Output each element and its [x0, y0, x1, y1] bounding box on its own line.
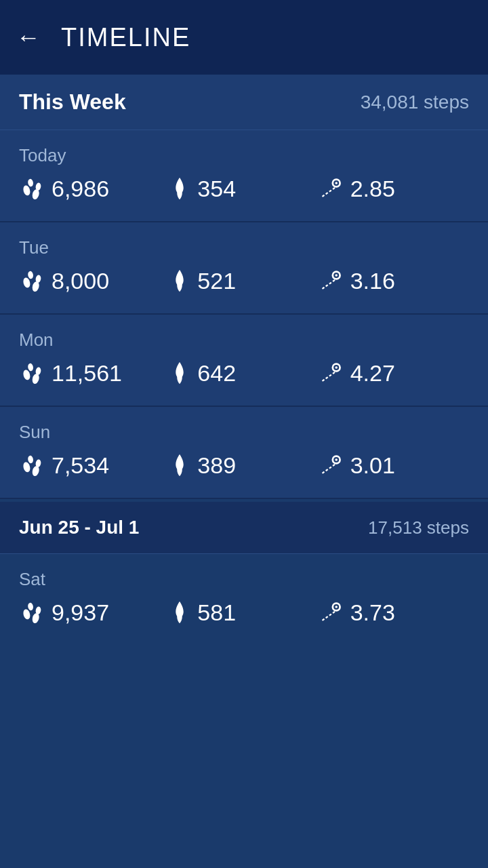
today-label: Today: [19, 145, 469, 166]
sun-calories-value: 389: [197, 452, 236, 479]
svg-point-7: [22, 277, 31, 288]
steps-icon: [19, 453, 45, 479]
svg-point-15: [31, 373, 40, 384]
svg-point-1: [31, 189, 40, 200]
tue-distance-value: 3.16: [350, 268, 395, 294]
mon-steps-stat: 11,561: [19, 360, 169, 387]
sat-calories-value: 581: [197, 599, 236, 626]
sun-calories-stat: 389: [169, 452, 319, 479]
fire-icon: [169, 600, 190, 626]
sun-label: Sun: [19, 422, 469, 443]
tue-label: Tue: [19, 237, 469, 258]
sun-section: Sun 7,534 389: [0, 407, 488, 499]
sat-distance-value: 3.73: [350, 599, 395, 626]
distance-icon: [319, 176, 344, 202]
fire-icon: [169, 176, 190, 202]
mon-section: Mon 11,561 642: [0, 315, 488, 407]
tue-steps-value: 8,000: [52, 268, 109, 294]
steps-icon: [19, 176, 45, 202]
prev-week-steps: 17,513 steps: [368, 517, 469, 538]
tue-distance-stat: 3.16: [319, 268, 469, 294]
mon-label: Mon: [19, 330, 469, 351]
svg-point-8: [31, 281, 40, 292]
mon-distance-stat: 4.27: [319, 360, 469, 387]
fire-icon: [169, 453, 190, 479]
sun-steps-stat: 7,534: [19, 452, 169, 479]
svg-point-22: [31, 465, 40, 477]
fire-icon: [169, 361, 190, 387]
steps-icon: [19, 269, 45, 294]
today-calories-value: 354: [197, 176, 236, 202]
this-week-label: This Week: [19, 90, 126, 115]
mon-calories-value: 642: [197, 360, 236, 387]
page-title: TIMELINE: [61, 23, 190, 52]
svg-point-16: [27, 363, 33, 372]
svg-point-5: [335, 182, 338, 184]
svg-point-2: [27, 178, 33, 187]
today-distance-stat: 2.85: [319, 176, 469, 202]
tue-steps-stat: 8,000: [19, 268, 169, 294]
sat-section: Sat 9,937 581: [0, 554, 488, 641]
svg-line-34: [322, 610, 336, 620]
this-week-steps: 34,081 steps: [361, 92, 469, 113]
sun-distance-value: 3.01: [350, 452, 395, 479]
sat-steps-stat: 9,937: [19, 599, 169, 626]
fire-icon: [169, 269, 190, 294]
svg-point-9: [27, 271, 33, 279]
this-week-banner: This Week 34,081 steps: [0, 75, 488, 130]
prev-week-banner: Jun 25 - Jul 1 17,513 steps: [0, 502, 488, 554]
svg-point-33: [335, 606, 338, 608]
today-section: Today 6,986 354: [0, 130, 488, 222]
svg-point-14: [22, 369, 31, 380]
steps-icon: [19, 600, 45, 626]
steps-icon: [19, 361, 45, 387]
prev-week-label: Jun 25 - Jul 1: [19, 517, 139, 538]
svg-line-13: [322, 279, 336, 288]
sat-label: Sat: [19, 569, 469, 590]
today-distance-value: 2.85: [350, 176, 395, 202]
sun-stats: 7,534 389 3.01: [19, 452, 469, 479]
svg-point-30: [27, 602, 33, 611]
sun-distance-stat: 3.01: [319, 452, 469, 479]
mon-calories-stat: 642: [169, 360, 319, 387]
svg-point-0: [22, 184, 31, 196]
today-stats: 6,986 354 2.85: [19, 176, 469, 202]
svg-line-6: [322, 186, 336, 196]
sat-distance-stat: 3.73: [319, 599, 469, 626]
distance-icon: [319, 600, 344, 626]
svg-line-20: [322, 371, 336, 380]
tue-section: Tue 8,000 521: [0, 222, 488, 315]
sun-steps-value: 7,534: [52, 452, 109, 479]
svg-point-23: [27, 455, 33, 464]
tue-calories-stat: 521: [169, 268, 319, 294]
svg-line-27: [322, 463, 336, 473]
svg-point-29: [31, 612, 40, 624]
svg-point-28: [22, 608, 31, 620]
svg-point-12: [335, 274, 338, 277]
back-button[interactable]: ←: [16, 25, 41, 50]
svg-point-19: [335, 366, 338, 369]
today-steps-value: 6,986: [52, 176, 109, 202]
mon-stats: 11,561 642 4.27: [19, 360, 469, 387]
tue-stats: 8,000 521 3.16: [19, 268, 469, 294]
distance-icon: [319, 269, 344, 294]
distance-icon: [319, 361, 344, 387]
distance-icon: [319, 453, 344, 479]
sat-calories-stat: 581: [169, 599, 319, 626]
today-steps-stat: 6,986: [19, 176, 169, 202]
mon-distance-value: 4.27: [350, 360, 395, 387]
today-calories-stat: 354: [169, 176, 319, 202]
header: ← TIMELINE: [0, 0, 488, 75]
svg-point-26: [335, 458, 338, 461]
tue-calories-value: 521: [197, 268, 236, 294]
sat-steps-value: 9,937: [52, 599, 109, 626]
sat-stats: 9,937 581 3.73: [19, 599, 469, 626]
svg-point-21: [22, 461, 31, 473]
mon-steps-value: 11,561: [52, 360, 122, 387]
